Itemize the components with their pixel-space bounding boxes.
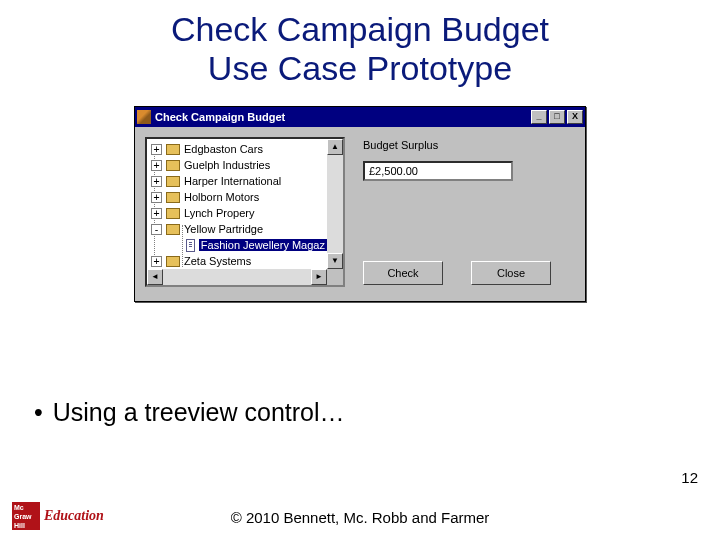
logo-mark-line: Mc bbox=[14, 504, 24, 511]
tree-label: Yellow Partridge bbox=[184, 223, 263, 235]
expand-icon[interactable]: + bbox=[151, 256, 162, 267]
slide-title: Check Campaign Budget Use Case Prototype bbox=[0, 10, 720, 88]
folder-icon bbox=[166, 256, 180, 267]
form-panel: Budget Surplus £2,500.00 Check Close bbox=[363, 137, 575, 287]
tree-child-item[interactable]: Fashion Jewellery Magaz bbox=[149, 237, 327, 253]
folder-icon bbox=[166, 176, 180, 187]
app-icon bbox=[137, 110, 151, 124]
expand-icon[interactable]: + bbox=[151, 208, 162, 219]
tree-label: Edgbaston Cars bbox=[184, 143, 263, 155]
minimize-button[interactable]: _ bbox=[531, 110, 547, 124]
expand-icon[interactable]: + bbox=[151, 144, 162, 155]
tree-label: Lynch Propery bbox=[184, 207, 255, 219]
scroll-up-button[interactable]: ▲ bbox=[327, 139, 343, 155]
logo-mark-line: Graw bbox=[14, 513, 32, 520]
tree-item[interactable]: - Yellow Partridge bbox=[149, 221, 327, 237]
folder-icon bbox=[166, 144, 180, 155]
tree-label: Holborn Motors bbox=[184, 191, 259, 203]
tree-item[interactable]: + Edgbaston Cars bbox=[149, 141, 327, 157]
tree-item[interactable]: + Zeta Systems bbox=[149, 253, 327, 269]
title-line-2: Use Case Prototype bbox=[208, 49, 512, 87]
tree-label: Harper International bbox=[184, 175, 281, 187]
close-window-button[interactable]: X bbox=[567, 110, 583, 124]
logo-wordmark: Education bbox=[44, 508, 104, 524]
document-icon bbox=[186, 239, 195, 252]
close-button[interactable]: Close bbox=[471, 261, 551, 285]
window-title: Check Campaign Budget bbox=[155, 111, 531, 123]
budget-surplus-field[interactable]: £2,500.00 bbox=[363, 161, 513, 181]
vertical-scrollbar[interactable]: ▲ ▼ bbox=[327, 139, 343, 269]
scroll-right-button[interactable]: ► bbox=[311, 269, 327, 285]
logo-mark-line: Hill bbox=[14, 522, 25, 529]
scroll-down-button[interactable]: ▼ bbox=[327, 253, 343, 269]
tree-label-selected: Fashion Jewellery Magaz bbox=[199, 239, 327, 251]
maximize-button[interactable]: □ bbox=[549, 110, 565, 124]
bullet-marker: • bbox=[34, 398, 43, 426]
check-button[interactable]: Check bbox=[363, 261, 443, 285]
expand-icon[interactable]: + bbox=[151, 192, 162, 203]
treeview[interactable]: + Edgbaston Cars + Guelph Industries + H… bbox=[145, 137, 345, 287]
bullet-text: Using a treeview control… bbox=[53, 398, 345, 426]
folder-icon bbox=[166, 224, 180, 235]
publisher-logo: Mc Graw Hill Education bbox=[12, 502, 104, 530]
tree-item[interactable]: + Guelph Industries bbox=[149, 157, 327, 173]
copyright-footer: © 2010 Bennett, Mc. Robb and Farmer bbox=[0, 509, 720, 526]
folder-icon bbox=[166, 208, 180, 219]
app-window: Check Campaign Budget _ □ X + Edgbaston … bbox=[134, 106, 586, 302]
window-body: + Edgbaston Cars + Guelph Industries + H… bbox=[135, 127, 585, 301]
collapse-icon[interactable]: - bbox=[151, 224, 162, 235]
scrollbar-corner bbox=[327, 269, 343, 285]
tree-label: Zeta Systems bbox=[184, 255, 251, 267]
logo-mark: Mc Graw Hill bbox=[12, 502, 40, 530]
horizontal-scrollbar[interactable]: ◄ ► bbox=[147, 269, 327, 285]
tree-item[interactable]: + Lynch Propery bbox=[149, 205, 327, 221]
titlebar: Check Campaign Budget _ □ X bbox=[135, 107, 585, 127]
tree-item[interactable]: + Harper International bbox=[149, 173, 327, 189]
folder-icon bbox=[166, 192, 180, 203]
bullet-point: •Using a treeview control… bbox=[34, 398, 345, 427]
folder-icon bbox=[166, 160, 180, 171]
scroll-left-button[interactable]: ◄ bbox=[147, 269, 163, 285]
tree-label: Guelph Industries bbox=[184, 159, 270, 171]
expand-icon[interactable]: + bbox=[151, 176, 162, 187]
title-line-1: Check Campaign Budget bbox=[171, 10, 549, 48]
budget-surplus-label: Budget Surplus bbox=[363, 139, 575, 151]
tree-item[interactable]: + Holborn Motors bbox=[149, 189, 327, 205]
page-number: 12 bbox=[681, 469, 698, 486]
expand-icon[interactable]: + bbox=[151, 160, 162, 171]
